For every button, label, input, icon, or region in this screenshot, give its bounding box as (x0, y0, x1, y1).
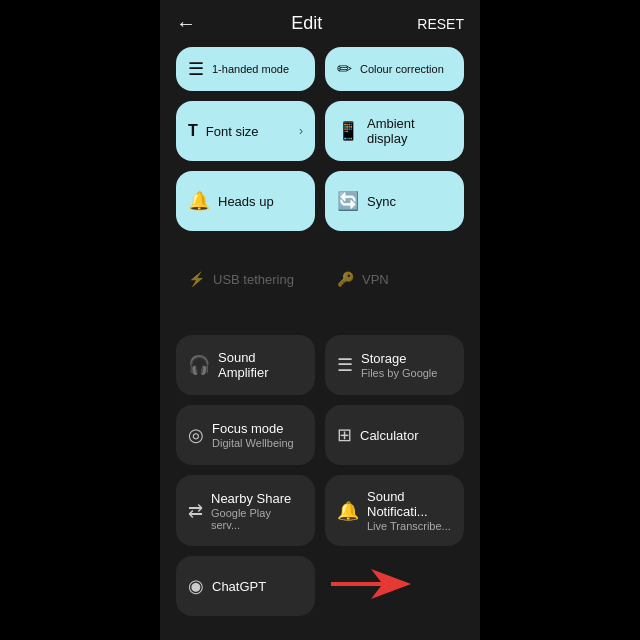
heads-up-icon: 🔔 (188, 190, 210, 212)
colour-correction-icon: ✏ (337, 58, 352, 80)
calculator-icon: ⊞ (337, 424, 352, 446)
tile-storage-label: Storage (361, 351, 437, 366)
tile-usb-tethering[interactable]: ⚡ USB tethering (176, 249, 315, 309)
tile-ambient-display[interactable]: 📱 Ambient display (325, 101, 464, 161)
tile-focus-mode-label: Focus mode (212, 421, 294, 436)
tile-sound-notif-label: Sound Notificati... (367, 489, 452, 519)
storage-icon: ☰ (337, 354, 353, 376)
red-arrow-indicator (331, 569, 411, 603)
tile-ambient-display-label: Ambient display (367, 116, 452, 146)
page-title: Edit (291, 13, 322, 34)
chatgpt-icon: ◉ (188, 575, 204, 597)
font-size-icon: T (188, 122, 198, 140)
tile-storage-text: Storage Files by Google (361, 351, 437, 379)
chevron-right-icon: › (299, 124, 303, 138)
tile-one-handed[interactable]: ☰ 1-handed mode (176, 47, 315, 91)
tile-one-handed-label: 1-handed mode (212, 63, 289, 75)
tile-storage-sublabel: Files by Google (361, 367, 437, 379)
tile-vpn[interactable]: 🔑 VPN (325, 249, 464, 309)
tile-sound-notif-sublabel: Live Transcribe... (367, 520, 452, 532)
tile-font-size-label: Font size (206, 124, 259, 139)
svg-marker-0 (331, 569, 411, 599)
vpn-icon: 🔑 (337, 271, 354, 287)
tile-sound-amplifier[interactable]: 🎧 Sound Amplifier (176, 335, 315, 395)
tile-vpn-label: VPN (362, 272, 389, 287)
focus-mode-icon: ◎ (188, 424, 204, 446)
reset-button[interactable]: RESET (417, 16, 464, 32)
content-area: ☰ 1-handed mode ✏ Colour correction T Fo… (160, 43, 480, 633)
header: ← Edit RESET (160, 0, 480, 43)
tile-calculator[interactable]: ⊞ Calculator (325, 405, 464, 465)
back-button[interactable]: ← (176, 12, 196, 35)
tile-sound-notif-text: Sound Notificati... Live Transcribe... (367, 489, 452, 532)
tile-nearby-share-label: Nearby Share (211, 491, 303, 506)
ambient-display-icon: 📱 (337, 120, 359, 142)
tile-heads-up[interactable]: 🔔 Heads up (176, 171, 315, 231)
usb-icon: ⚡ (188, 271, 205, 287)
tile-chatgpt[interactable]: ◉ ChatGPT (176, 556, 315, 616)
row-focus-calc: ◎ Focus mode Digital Wellbeing ⊞ Calcula… (176, 405, 464, 465)
tile-colour-correction-label: Colour correction (360, 63, 444, 75)
tile-font-size[interactable]: T Font size › (176, 101, 315, 161)
tile-usb-tethering-label: USB tethering (213, 272, 294, 287)
sound-amplifier-icon: 🎧 (188, 354, 210, 376)
partial-row: ☰ 1-handed mode ✏ Colour correction (176, 47, 464, 91)
tile-focus-mode-text: Focus mode Digital Wellbeing (212, 421, 294, 449)
tile-focus-mode-sublabel: Digital Wellbeing (212, 437, 294, 449)
tile-nearby-share-text: Nearby Share Google Play serv... (211, 491, 303, 531)
row-chatgpt: ◉ ChatGPT (176, 556, 464, 616)
tile-chatgpt-label: ChatGPT (212, 579, 266, 594)
tile-sound-notif[interactable]: 🔔 Sound Notificati... Live Transcribe... (325, 475, 464, 546)
sync-icon: 🔄 (337, 190, 359, 212)
row-heads-sync: 🔔 Heads up 🔄 Sync (176, 171, 464, 231)
tile-sound-amplifier-text: Sound Amplifier (218, 350, 303, 380)
one-handed-icon: ☰ (188, 58, 204, 80)
tile-sync[interactable]: 🔄 Sync (325, 171, 464, 231)
row-nearby-sound-notif: ⇄ Nearby Share Google Play serv... 🔔 Sou… (176, 475, 464, 546)
tile-heads-up-label: Heads up (218, 194, 274, 209)
sound-notif-icon: 🔔 (337, 500, 359, 522)
tile-calculator-label: Calculator (360, 428, 419, 443)
tile-nearby-share[interactable]: ⇄ Nearby Share Google Play serv... (176, 475, 315, 546)
tile-chatgpt-text: ChatGPT (212, 579, 266, 594)
tile-sync-label: Sync (367, 194, 396, 209)
row-usb-vpn: ⚡ USB tethering 🔑 VPN (176, 249, 464, 309)
tile-nearby-share-sublabel: Google Play serv... (211, 507, 303, 531)
row-font-ambient: T Font size › 📱 Ambient display (176, 101, 464, 161)
tile-focus-mode[interactable]: ◎ Focus mode Digital Wellbeing (176, 405, 315, 465)
row-sound-storage: 🎧 Sound Amplifier ☰ Storage Files by Goo… (176, 335, 464, 395)
nearby-share-icon: ⇄ (188, 500, 203, 522)
tile-colour-correction[interactable]: ✏ Colour correction (325, 47, 464, 91)
tile-calculator-text: Calculator (360, 428, 419, 443)
tile-storage[interactable]: ☰ Storage Files by Google (325, 335, 464, 395)
phone-screen: ← Edit RESET ☰ 1-handed mode ✏ Colour co… (160, 0, 480, 640)
tile-sound-amplifier-label: Sound Amplifier (218, 350, 303, 380)
